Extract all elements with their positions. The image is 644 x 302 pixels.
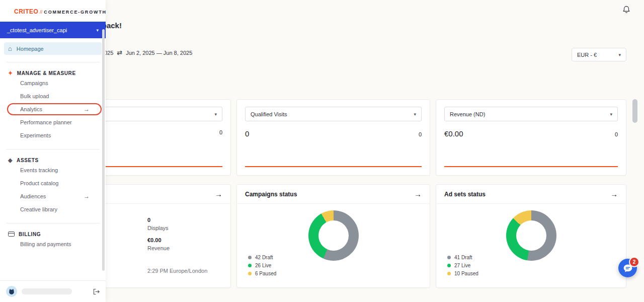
chevron-down-icon: ▾ <box>214 112 217 117</box>
legend-label: 6 Paused <box>255 271 276 276</box>
stat-value: 0 <box>147 217 170 223</box>
kpi-value: €0.00 <box>444 129 463 138</box>
compare-range-end: Jun 2, 2025 — Jun 8, 2025 <box>126 50 192 56</box>
logout-icon[interactable] <box>93 288 100 295</box>
sidebar-item-billing-and-payments[interactable]: Billing and payments <box>0 238 106 251</box>
stat-value: €0.00 <box>147 237 170 243</box>
last-updated-timestamp: 2:29 PM Europe/London <box>147 268 207 274</box>
legend-dot <box>447 256 451 259</box>
section-title: MANAGE & MEASURE <box>17 70 76 76</box>
legend-dot <box>248 264 252 267</box>
chat-button[interactable]: 2 <box>618 259 637 277</box>
sparkline <box>245 166 422 167</box>
sidebar-item-performance-planner[interactable]: Performance planner <box>0 116 106 129</box>
ad-sets-status-donut-chart <box>506 210 556 261</box>
campaigns-status-card: Campaigns status → 42 Draft26 Live6 Paus… <box>236 184 430 288</box>
legend-item: 27 Live <box>447 263 478 268</box>
sidebar-item-product-catalog[interactable]: Product catalog <box>0 177 106 190</box>
compare-arrows-icon: ⇄ <box>117 49 122 56</box>
metric-selector-value: Revenue (ND) <box>450 111 485 117</box>
overview-stats: 0 Displays €0.00 Revenue <box>147 217 170 257</box>
sidebar-item-events-tracking[interactable]: Events tracking <box>0 164 106 177</box>
divider <box>6 149 100 149</box>
legend-dot <box>447 264 451 267</box>
legend-item: 10 Paused <box>447 271 478 276</box>
sidebar-item-label: Homepage <box>17 46 44 52</box>
sidebar-item-audiences[interactable]: Audiences → <box>0 190 106 203</box>
chart-legend: 41 Draft27 Live10 Paused <box>447 255 478 276</box>
panel-title: Ad sets status <box>444 191 486 198</box>
metric-selector-value: Qualified Visits <box>251 111 287 117</box>
logo-commerce-growth-text: COMMERCE-GROWTH <box>44 10 107 15</box>
legend-label: 26 Live <box>255 263 271 268</box>
kpi-value: 0 <box>245 129 249 138</box>
legend-item: 26 Live <box>248 263 276 268</box>
campaigns-status-donut-chart <box>308 210 359 261</box>
section-header-billing: BILLING <box>0 231 106 238</box>
section-title: ASSETS <box>17 158 39 163</box>
sidebar-item-label: Audiences <box>20 193 46 199</box>
sidebar-item-campaigns[interactable]: Campaigns <box>0 77 106 90</box>
chevron-down-icon: ▾ <box>610 112 612 117</box>
user-row <box>0 280 106 302</box>
sidebar-item-label: Bulk upload <box>20 93 49 99</box>
currency-value: EUR - € <box>577 52 597 58</box>
legend-label: 27 Live <box>454 263 470 268</box>
legend-dot <box>447 272 451 275</box>
chevron-down-icon: ▾ <box>96 28 99 33</box>
legend-label: 42 Draft <box>255 255 273 260</box>
stat-label: Revenue <box>147 245 170 251</box>
advertiser-name: _ctotest_advertiser_capi <box>7 27 67 33</box>
criteo-logo: CRITEO//COMMERCE-GROWTH <box>0 0 106 16</box>
sidebar-item-creative-library[interactable]: Creative library <box>0 203 106 216</box>
divider <box>6 223 100 223</box>
sidebar-item-label: Creative library <box>20 206 57 212</box>
assets-icon: ◈ <box>8 158 13 163</box>
section-header-assets: ◈ ASSETS <box>0 157 106 164</box>
arrow-right-icon[interactable]: → <box>215 190 222 198</box>
ad-sets-status-card: Ad sets status → 41 Draft27 Live10 Pause… <box>436 184 626 288</box>
sidebar-item-analytics[interactable]: Analytics → <box>0 103 106 116</box>
logo-criteo-text: CRITEO <box>14 8 38 15</box>
divider <box>6 62 100 62</box>
page-scrollbar[interactable] <box>632 99 637 123</box>
kpi-secondary-value: 0 <box>615 131 618 137</box>
panel-title: Campaigns status <box>245 191 297 198</box>
metric-selector[interactable]: Qualified Visits ▾ <box>245 107 422 121</box>
section-title: BILLING <box>19 232 41 237</box>
legend-item: 6 Paused <box>248 271 276 276</box>
sidebar-item-experiments[interactable]: Experiments <box>0 129 106 142</box>
currency-selector[interactable]: EUR - € ▾ <box>572 48 626 61</box>
sidebar-item-label: Campaigns <box>20 80 48 86</box>
legend-item: 41 Draft <box>447 255 478 260</box>
chevron-down-icon: ▾ <box>414 112 416 117</box>
user-name-redacted <box>22 288 72 294</box>
sidebar-item-bulk-upload[interactable]: Bulk upload <box>0 90 106 103</box>
home-icon: ⌂ <box>8 45 12 52</box>
arrow-right-icon[interactable]: → <box>610 190 618 198</box>
chart-legend: 42 Draft26 Live6 Paused <box>248 255 276 276</box>
section-header-manage-measure: ✦ MANAGE & MEASURE <box>0 69 106 77</box>
sparkline <box>444 166 618 167</box>
arrow-right-icon: → <box>84 190 90 203</box>
legend-label: 41 Draft <box>454 255 472 260</box>
chevron-down-icon: ▾ <box>618 52 621 57</box>
chat-unread-badge: 2 <box>629 257 639 267</box>
avatar[interactable] <box>6 286 17 297</box>
advertiser-selector[interactable]: _ctotest_advertiser_capi ▾ <box>0 22 106 38</box>
sparkle-icon: ✦ <box>8 70 13 76</box>
sidebar-scrollbar[interactable] <box>102 29 105 271</box>
sidebar-item-label: Product catalog <box>20 180 58 186</box>
logo-separator: // <box>40 10 42 15</box>
notifications-bell-icon[interactable] <box>622 5 631 14</box>
metric-selector[interactable]: Revenue (ND) ▾ <box>444 107 618 121</box>
credit-card-icon <box>8 232 15 237</box>
arrow-right-icon[interactable]: → <box>414 190 422 198</box>
kpi-secondary-value: 0 <box>419 131 422 137</box>
kpi-card-qualified-visits: Qualified Visits ▾ 0 0 <box>236 99 430 176</box>
sidebar-item-homepage[interactable]: ⌂ Homepage <box>4 42 102 55</box>
arrow-right-icon: → <box>84 103 90 116</box>
sidebar: CRITEO//COMMERCE-GROWTH _ctotest_adverti… <box>0 0 106 302</box>
sidebar-item-label: Events tracking <box>20 167 58 173</box>
stat-label: Displays <box>147 225 170 231</box>
